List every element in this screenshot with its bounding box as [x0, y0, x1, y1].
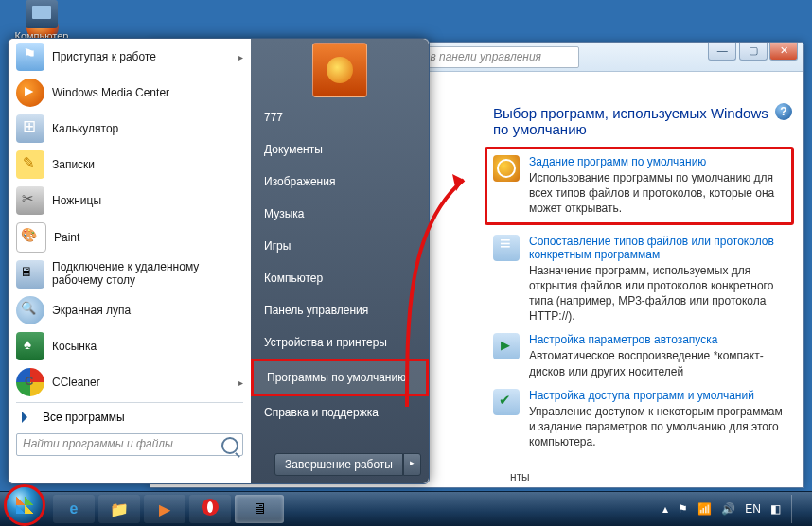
cp-link[interactable]: Настройка доступа программ и умолчаний [529, 389, 788, 402]
taskbar-control-panel[interactable]: 🖥 [235, 495, 284, 523]
start-menu-left: Приступая к работе▸ Windows Media Center… [9, 39, 251, 483]
separator [16, 402, 243, 403]
smr-item-music[interactable]: Музыка [251, 198, 429, 230]
cp-item-set-defaults[interactable]: Задание программ по умолчанию Использова… [485, 147, 794, 225]
start-menu: Приступая к работе▸ Windows Media Center… [8, 38, 430, 484]
cp-item-associate[interactable]: Сопоставление типов файлов или протоколо… [493, 235, 788, 324]
show-desktop-button[interactable] [791, 495, 802, 523]
media-center-icon [16, 79, 44, 107]
sticky-notes-icon [16, 150, 44, 179]
autoplay-icon [493, 333, 520, 359]
user-avatar[interactable] [312, 43, 367, 97]
triangle-icon [22, 412, 33, 423]
smr-item-pictures[interactable]: Изображения [251, 166, 429, 198]
folder-icon: 📁 [110, 500, 129, 518]
taskbar: e 📁 ▶ 🖥 ▴ ⚑ 📶 🔊 EN ◧ [0, 491, 812, 526]
solitaire-icon [16, 332, 44, 360]
sm-item-wmc[interactable]: Windows Media Center [9, 75, 251, 111]
smr-item-computer[interactable]: Компьютер [251, 262, 429, 294]
associate-icon [493, 235, 520, 261]
smr-item-control-panel[interactable]: Панель управления [251, 294, 429, 326]
cp-item-autoplay[interactable]: Настройка параметров автозапуска Автомат… [493, 333, 788, 378]
cp-desc: Использование программы по умолчанию для… [529, 170, 786, 217]
shutdown-button[interactable]: Завершение работы ▸ [274, 453, 421, 476]
page-title: Выбор программ, используемых Windows по … [493, 105, 786, 137]
cp-desc: Управление доступом к некоторым программ… [529, 404, 788, 450]
search-icon [221, 437, 238, 454]
sm-item-solitaire[interactable]: Косынка [9, 328, 251, 364]
start-button[interactable] [4, 484, 45, 526]
magnifier-icon [16, 296, 44, 324]
cp-item-access[interactable]: Настройка доступа программ и умолчаний У… [493, 389, 788, 450]
smr-item-games[interactable]: Игры [251, 230, 429, 262]
smr-item-help[interactable]: Справка и поддержка [251, 396, 429, 429]
tray-icon[interactable]: ◧ [770, 502, 781, 516]
tray-flag-icon[interactable]: ⚑ [678, 502, 688, 516]
sm-item-magnifier[interactable]: Экранная лупа [9, 292, 251, 328]
tray-network-icon[interactable]: 📶 [697, 502, 712, 516]
sm-item-ccleaner[interactable]: CCleaner▸ [9, 364, 251, 400]
computer-icon [26, 0, 58, 28]
sm-item-notes[interactable]: Записки [9, 147, 251, 183]
opera-icon [202, 499, 219, 519]
smr-item-user[interactable]: 777 [251, 101, 429, 133]
program-access-icon [493, 389, 520, 415]
smr-item-documents[interactable]: Документы [251, 133, 429, 166]
system-tray: ▴ ⚑ 📶 🔊 EN ◧ [658, 492, 806, 526]
ccleaner-icon [16, 368, 44, 396]
control-panel-icon: 🖥 [252, 500, 267, 517]
scissors-icon [16, 186, 44, 215]
paint-icon [16, 222, 46, 253]
sm-item-snip[interactable]: Ножницы [9, 183, 251, 219]
start-search-input[interactable]: Найти программы и файлы [16, 433, 243, 456]
start-menu-right: 777 Документы Изображения Музыка Игры Ко… [251, 39, 429, 483]
language-indicator[interactable]: EN [745, 502, 761, 516]
wmp-icon: ▶ [159, 500, 170, 518]
taskbar-explorer[interactable]: 📁 [98, 495, 140, 523]
taskbar-ie[interactable]: e [53, 495, 95, 523]
sm-item-calc[interactable]: Калькулятор [9, 111, 251, 147]
minimize-button[interactable]: — [708, 43, 736, 61]
tray-chevron-up-icon[interactable]: ▴ [662, 502, 668, 516]
taskbar-opera[interactable] [189, 495, 231, 523]
cp-link[interactable]: Сопоставление типов файлов или протоколо… [529, 235, 788, 261]
cp-link[interactable]: Настройка параметров автозапуска [529, 333, 788, 346]
cp-link[interactable]: Задание программ по умолчанию [529, 155, 786, 168]
desktop-icon-computer[interactable]: Компьютер [13, 0, 70, 42]
calculator-icon [16, 114, 44, 143]
defaults-icon [493, 155, 520, 182]
sm-item-rdp[interactable]: Подключение к удаленному рабочему столу [9, 256, 251, 292]
close-button[interactable]: ✕ [769, 43, 798, 61]
smr-item-default-programs[interactable]: Программы по умолчанию [251, 359, 429, 396]
cp-desc: Назначение программ, используемых для от… [529, 263, 788, 324]
ie-icon: e [70, 500, 79, 517]
remote-desktop-icon [16, 260, 44, 289]
sm-item-paint[interactable]: Paint [9, 219, 251, 256]
cp-desc: Автоматическое воспроизведение *компакт-… [529, 348, 788, 378]
tray-volume-icon[interactable]: 🔊 [721, 502, 735, 516]
maximize-button[interactable]: ▢ [739, 43, 768, 61]
sm-item-getting-started[interactable]: Приступая к работе▸ [9, 39, 251, 75]
smr-item-devices[interactable]: Устройства и принтеры [251, 326, 429, 359]
chevron-right-icon[interactable]: ▸ [403, 453, 421, 476]
flag-icon [16, 43, 44, 71]
partial-text: нты [510, 470, 530, 483]
all-programs[interactable]: Все программы [9, 405, 251, 430]
taskbar-wmp[interactable]: ▶ [144, 495, 185, 523]
control-panel-body: Выбор программ, используемых Windows по … [478, 94, 803, 487]
